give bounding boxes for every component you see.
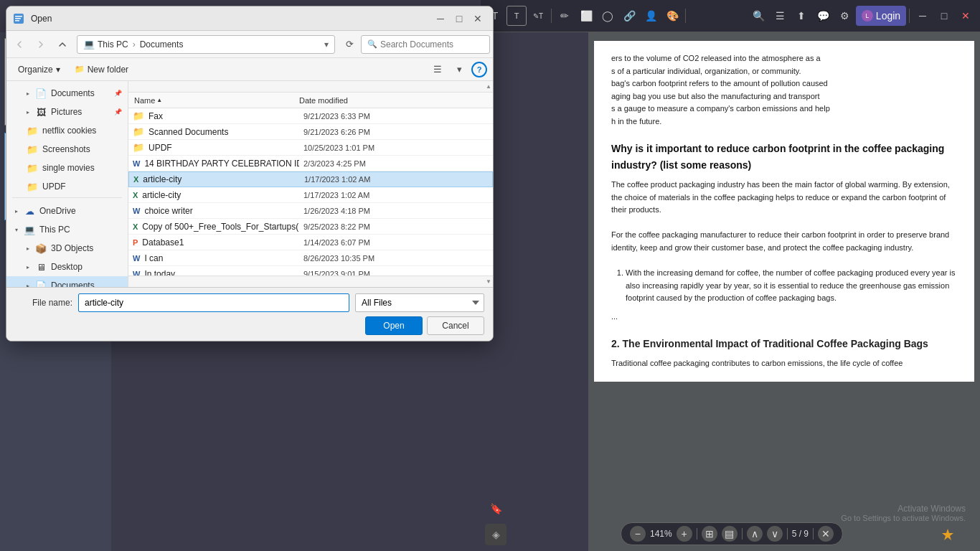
toolbar-sep3 <box>909 9 910 23</box>
app-close-btn[interactable]: ✕ <box>956 6 976 26</box>
dialog-close-btn[interactable]: ✕ <box>468 9 487 28</box>
sidebar-item-3d-objects[interactable]: ▸ 📦 3D Objects <box>6 239 128 258</box>
pdf-tool-color[interactable]: 🎨 <box>662 6 682 26</box>
filetype-select[interactable]: All Files PDF Files Word Documents Excel… <box>355 293 484 312</box>
file-row-birthday[interactable]: W 14 BIRTHDAY PARTY CELEBRATION IDEAS...… <box>128 156 493 171</box>
pdf-tool-search[interactable]: 🔍 <box>748 6 768 26</box>
search-input[interactable] <box>380 39 488 50</box>
word-icon-ican: W <box>133 254 140 263</box>
filename-input[interactable] <box>78 293 349 312</box>
file-row-fax[interactable]: 📁 Fax 9/21/2023 6:33 PM <box>128 108 493 124</box>
pdf-section2-intro: Traditional coffee packaging contributes… <box>611 357 957 370</box>
nav-back-btn[interactable] <box>9 34 29 55</box>
page-next-btn[interactable]: ∨ <box>767 526 783 542</box>
sidebar-divider <box>12 197 122 200</box>
sidebar-item-onedrive[interactable]: ▸ ☁ OneDrive <box>6 202 128 220</box>
zoom-in-btn[interactable]: + <box>677 526 692 542</box>
zoom-out-btn[interactable]: − <box>630 526 646 542</box>
word-icon-choice: W <box>133 207 140 215</box>
pdf-tool-pen[interactable]: ✏ <box>555 6 575 26</box>
sidebar-item-netflix-cookies[interactable]: 📁 netflix cookies <box>6 121 128 140</box>
sidebar-item-updf[interactable]: 📁 UPDF <box>6 177 128 196</box>
pdf-tool-sidebar[interactable]: ☰ <box>770 6 790 26</box>
sidebar-item-documents2[interactable]: ▸ 📄 Documents <box>6 276 128 287</box>
pdf-tool-settings[interactable]: ⚙ <box>834 6 854 26</box>
file-row-i-can[interactable]: W I can 8/26/2023 10:35 PM <box>128 250 493 266</box>
view-list-btn[interactable]: ☰ <box>428 61 447 78</box>
sidebar-item-documents[interactable]: ▸ 📄 Documents 📌 <box>6 84 128 103</box>
col-header-date[interactable]: Date modified <box>293 96 401 105</box>
filename-choice-writer: choice writer <box>144 206 192 216</box>
scroll-up-btn[interactable]: ▲ <box>486 83 491 90</box>
pdf-tool-link[interactable]: 🔗 <box>619 6 639 26</box>
file-row-scanned-docs[interactable]: 📁 Scanned Documents 9/21/2023 6:26 PM <box>128 124 493 140</box>
sidebar-desktop-icon: 🖥 <box>35 262 47 273</box>
fit-page-btn[interactable]: ⊞ <box>702 526 717 542</box>
scroll-down-btn[interactable]: ▼ <box>486 278 491 285</box>
dialog-maximize-btn[interactable]: □ <box>450 9 468 28</box>
pdf-tool-comment[interactable]: 💬 <box>813 6 833 26</box>
file-row-updf[interactable]: 📁 UPDF 10/25/2023 1:01 PM <box>128 140 493 156</box>
search-icon: 🔍 <box>367 39 377 49</box>
pdf-zoom-bar: − 141% + ⊞ ▤ ∧ ∨ 5 / 9 ✕ <box>621 522 843 545</box>
sidebar-item-this-pc[interactable]: ▾ 💻 This PC <box>6 220 128 239</box>
sidebar-item-pictures[interactable]: ▸ 🖼 Pictures 📌 <box>6 103 128 121</box>
fit-width-btn[interactable]: ▤ <box>722 526 738 542</box>
sidebar-item-screenshots[interactable]: 📁 Screenshots <box>6 140 128 159</box>
login-button[interactable]: L Login <box>856 6 906 26</box>
nav-forward-btn[interactable] <box>31 34 51 55</box>
file-row-choice-writer[interactable]: W choice writer 1/26/2023 4:18 PM <box>128 203 493 219</box>
pdf-heading-text: Why is it important to reduce carbon foo… <box>611 143 944 170</box>
filename-article-city-2: article-city <box>142 190 181 200</box>
sidebar-item-desktop[interactable]: ▸ 🖥 Desktop <box>6 258 128 276</box>
col-header-name[interactable]: Name <box>128 96 293 105</box>
svg-rect-3 <box>15 20 19 22</box>
dialog-minimize-btn[interactable]: ─ <box>431 9 450 28</box>
file-row-article-city-1[interactable]: X article-city 1/17/2023 1:02 AM <box>128 171 493 187</box>
pdf-text-4: aging bag you use but also the manufactu… <box>611 90 957 103</box>
address-documents: Documents <box>140 39 184 50</box>
layers-icon[interactable]: ◈ <box>485 524 507 545</box>
sidebar-this-pc-label: This PC <box>39 225 70 235</box>
sidebar-netflix-label: netflix cookies <box>42 126 96 136</box>
pdf-tool-text2[interactable]: T <box>507 6 527 26</box>
nav-refresh-btn[interactable]: ⟳ <box>339 34 359 55</box>
organize-btn[interactable]: Organize ▾ <box>12 61 66 78</box>
pdf-tool-stamp[interactable]: 👤 <box>641 6 661 26</box>
pdf-tool-share[interactable]: ⬆ <box>791 6 811 26</box>
filedate-updf: 10/25/2023 1:01 PM <box>299 143 407 152</box>
filename-updf: UPDF <box>149 143 172 153</box>
file-row-database1[interactable]: P Database1 1/14/2023 6:07 PM <box>128 235 493 250</box>
app-maximize-btn[interactable]: □ <box>934 6 954 26</box>
sidebar-item-single-movies[interactable]: 📁 single movies <box>6 159 128 177</box>
address-bar[interactable]: 💻 This PC › Documents ▾ <box>77 35 335 54</box>
page-current: 5 <box>792 529 797 539</box>
page-prev-btn[interactable]: ∧ <box>747 526 763 542</box>
pdf-tool-shapes[interactable]: ◯ <box>598 6 618 26</box>
pdf-para-2: For the coffee packaging manufacturer to… <box>611 229 957 254</box>
toolbar-sep2 <box>685 9 686 23</box>
pdf-tool-text3[interactable]: ✎T <box>528 6 548 26</box>
file-row-copy-500[interactable]: X Copy of 500+_Free_Tools_For_Startups(1… <box>128 219 493 235</box>
address-icon: 💻 <box>83 39 95 50</box>
sidebar-pictures-label: Pictures <box>51 107 82 117</box>
dialog-body: ▸ 📄 Documents 📌 ▸ 🖼 Pictures 📌 📁 netflix… <box>6 81 493 287</box>
app-minimize-btn[interactable]: ─ <box>913 6 933 26</box>
search-box[interactable]: 🔍 <box>361 35 490 54</box>
cancel-button[interactable]: Cancel <box>427 316 484 335</box>
bookmark-icon[interactable]: 🔖 <box>485 498 507 519</box>
nav-up-btn[interactable] <box>52 34 72 55</box>
file-row-article-city-2[interactable]: X article-city 1/17/2023 1:02 AM <box>128 187 493 203</box>
new-folder-btn[interactable]: 📁 New folder <box>69 61 134 78</box>
sidebar-this-pc-icon: 💻 <box>24 225 35 235</box>
pdf-tool-rect[interactable]: ⬜ <box>576 6 596 26</box>
filename-article-city-1: article-city <box>143 174 182 184</box>
address-dropdown-btn[interactable]: ▾ <box>324 39 329 50</box>
close-zoom-btn[interactable]: ✕ <box>818 526 834 542</box>
scroll-down-area: ▼ <box>128 276 493 287</box>
help-btn[interactable]: ? <box>471 62 487 77</box>
filedate-database: 1/14/2023 6:07 PM <box>299 238 407 247</box>
zoom-sep1 <box>697 528 697 540</box>
view-options-btn[interactable]: ▾ <box>450 61 468 78</box>
open-button[interactable]: Open <box>365 316 423 335</box>
